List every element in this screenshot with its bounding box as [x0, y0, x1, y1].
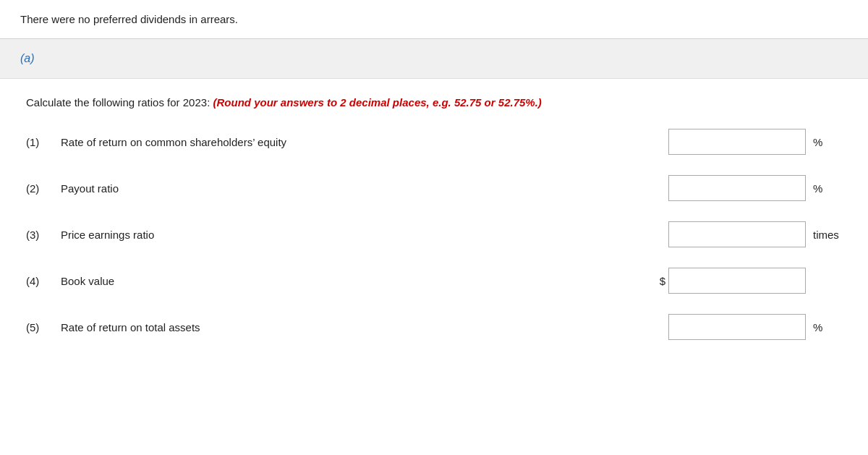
row-2-input[interactable] [668, 175, 806, 201]
top-section: There were no preferred dividends in arr… [0, 0, 868, 39]
row-5-input[interactable] [668, 314, 806, 340]
instruction-highlight: (Round your answers to 2 decimal places,… [213, 96, 541, 109]
ratio-row-3: (3) Price earnings ratio times [26, 221, 842, 247]
row-4-input-area: $ [652, 268, 842, 294]
row-1-number: (1) [26, 136, 61, 148]
instruction: Calculate the following ratios for 2023:… [26, 96, 842, 109]
row-4-label: Book value [61, 275, 336, 287]
ratio-row-5: (5) Rate of return on total assets % [26, 314, 842, 340]
row-2-input-area: % [652, 175, 842, 201]
row-3-number: (3) [26, 229, 61, 241]
ratio-row-2: (2) Payout ratio % [26, 175, 842, 201]
row-5-label: Rate of return on total assets [61, 321, 336, 333]
row-2-number: (2) [26, 182, 61, 195]
row-4-input[interactable] [668, 268, 806, 294]
row-3-suffix: times [813, 229, 842, 241]
row-3-label: Price earnings ratio [61, 229, 336, 241]
ratio-row-1: (1) Rate of return on common shareholder… [26, 129, 842, 155]
row-5-number: (5) [26, 321, 61, 333]
row-1-suffix: % [813, 136, 842, 148]
row-3-input-area: times [652, 221, 842, 247]
main-content: Calculate the following ratios for 2023:… [0, 79, 868, 383]
section-a-header: (a) [0, 39, 868, 79]
row-3-input[interactable] [668, 221, 806, 247]
row-2-suffix: % [813, 182, 842, 195]
row-4-prefix: $ [652, 275, 665, 287]
ratio-row-4: (4) Book value $ [26, 268, 842, 294]
row-4-number: (4) [26, 275, 61, 287]
row-2-label: Payout ratio [61, 182, 336, 195]
top-text: There were no preferred dividends in arr… [20, 13, 848, 25]
row-1-input-area: % [652, 129, 842, 155]
row-5-input-area: % [652, 314, 842, 340]
row-1-label: Rate of return on common shareholders’ e… [61, 136, 336, 148]
row-1-input[interactable] [668, 129, 806, 155]
instruction-plain: Calculate the following ratios for 2023: [26, 96, 213, 109]
row-5-suffix: % [813, 321, 842, 333]
section-a-label: (a) [20, 52, 35, 64]
